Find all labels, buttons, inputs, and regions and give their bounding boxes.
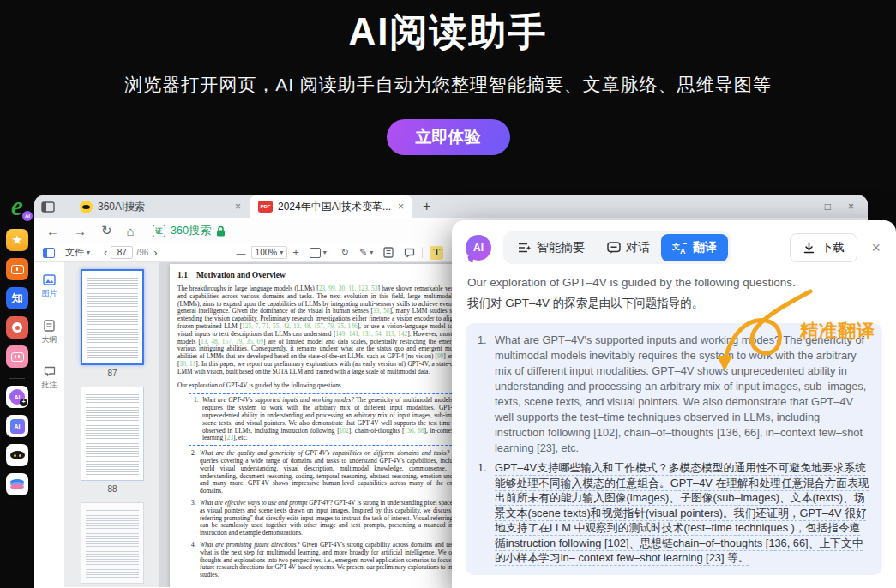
tab-label: 360AI搜索 [98, 200, 145, 214]
ai-assistant-shortcut[interactable]: AI+ [6, 386, 28, 408]
tab-close-icon[interactable]: × [235, 201, 241, 212]
bilibili-icon[interactable] [6, 345, 28, 368]
ai-panel-header: AI 智能摘要 对话 文A 翻译 下载 × [452, 220, 896, 264]
download-button[interactable]: 下载 [790, 233, 857, 262]
favorites-star-icon[interactable]: ★ [6, 229, 28, 251]
site-name: 360搜索 [171, 223, 212, 238]
toolbar-divider [422, 247, 423, 258]
chat-bubble-icon [607, 242, 621, 255]
pdf-badge-icon: PDF [258, 201, 273, 213]
plus-badge-icon: + [20, 399, 27, 406]
refresh-button[interactable]: ↻ [101, 223, 112, 238]
close-button[interactable]: × [848, 201, 854, 213]
question-list: 1. What are GPT-4V's supported inputs an… [177, 393, 474, 579]
thumbnail-88[interactable] [81, 387, 144, 481]
file-menu[interactable]: 文件 [65, 246, 84, 259]
tab-label: 2024年中国AI技术变革... [278, 200, 391, 214]
tab-smart-summary[interactable]: 智能摘要 [507, 234, 596, 261]
tab-chat[interactable]: 对话 [596, 234, 661, 261]
forward-button[interactable]: → [74, 224, 87, 238]
svg-text:A: A [680, 247, 686, 255]
translate-icon: 文A [672, 242, 688, 255]
chevron-down-icon: ▾ [280, 249, 283, 256]
zoom-in-button[interactable]: + [292, 246, 299, 259]
video-site-icon[interactable] [6, 258, 28, 280]
selection-box[interactable]: 1. What are GPT-4V's supported inputs an… [189, 393, 490, 446]
panel-close-icon[interactable]: × [871, 239, 881, 257]
page: AI阅读助手 浏览器打开网页，AI 阅读助手自动为您整理智能摘要、文章脉络、思维… [0, 0, 896, 588]
rotate-icon[interactable]: ↻ [341, 247, 349, 258]
ai-square-icon: AI [10, 419, 25, 434]
hero-section: AI阅读助手 浏览器打开网页，AI 阅读助手自动为您整理智能摘要、文章脉络、思维… [0, 0, 896, 155]
tab-close-icon[interactable]: × [398, 201, 404, 212]
thumbnail-panel: 87 88 [65, 262, 159, 587]
question-item: 4. What are promising future directions?… [191, 542, 481, 579]
zhihu-icon[interactable]: 知 [6, 287, 28, 309]
thumbnail-partial[interactable] [81, 502, 144, 584]
ai-panel-body: Our exploration of GPT–4V is guided by t… [452, 264, 896, 311]
tab-divider [63, 201, 63, 213]
browser-logo-icon[interactable]: eAI [3, 193, 31, 222]
ai-search-icon [10, 451, 25, 459]
image-icon [43, 274, 56, 285]
sidebar-toggle-icon[interactable] [41, 201, 55, 213]
translated-item-zh: 1. GPT–4V支持哪些输入和工作模式？多模态模型的通用性不可避免地要求系统能… [478, 460, 870, 566]
document-icon [44, 320, 55, 332]
summary-list-icon [518, 242, 532, 254]
text-tool-button[interactable]: T [430, 246, 443, 260]
pdf-side-rail: 图片 大纲 批注 [34, 262, 65, 587]
browser-dock: eAI ★ 知 AI+ AI [0, 193, 34, 495]
home-button[interactable]: ⌂ [127, 224, 135, 238]
highlighter-icon[interactable]: ✎▾ [359, 247, 373, 258]
guide-line: Our exploration of GPT-4V is guided by t… [177, 382, 474, 390]
rail-item-annotations[interactable]: 批注 [42, 366, 57, 391]
pdf-panel-icon[interactable] [43, 248, 55, 258]
back-button[interactable]: ← [46, 224, 59, 238]
ai-badge-icon: AI [22, 211, 33, 221]
download-icon [803, 242, 815, 254]
lock-icon [216, 225, 226, 237]
weibo-icon[interactable] [6, 316, 28, 339]
ai-avatar-icon: AI+ [9, 389, 25, 405]
tab-translate[interactable]: 文A 翻译 [661, 234, 728, 261]
site-badge-icon: 证 [153, 225, 165, 237]
comment-icon[interactable] [404, 248, 415, 258]
question-item: 1. What are GPT-4V's supported inputs an… [194, 397, 480, 442]
svg-text:文: 文 [672, 242, 680, 250]
chevron-down-icon: ▾ [323, 249, 327, 256]
section-heading: 1.1Motivation and Overview [177, 271, 474, 279]
cta-button[interactable]: 立即体验 [387, 119, 510, 155]
prev-page-button[interactable]: ‹ [104, 246, 107, 259]
address-bar[interactable]: 证 360搜索 [153, 223, 226, 238]
chevron-down-icon: ▾ [87, 249, 90, 256]
page-total: /96 [136, 248, 148, 257]
tab-pdf[interactable]: PDF 2024年中国AI技术变革... × [250, 195, 412, 218]
zoom-out-button[interactable]: — [237, 248, 246, 258]
tab-bar: 360AI搜索 × PDF 2024年中国AI技术变革... × + — □ × [34, 195, 868, 218]
fit-page-icon[interactable] [310, 248, 321, 258]
zoom-select[interactable]: 100%▾ [251, 246, 288, 259]
notes-icon[interactable] [383, 247, 394, 258]
tab-360ai-search[interactable]: 360AI搜索 × [71, 195, 250, 218]
layers-icon [10, 479, 24, 489]
thumbnail-label: 87 [107, 369, 117, 378]
page-title: AI阅读助手 [0, 7, 896, 57]
rail-item-images[interactable]: 图片 [42, 274, 57, 299]
maximize-button[interactable]: □ [825, 201, 831, 213]
dock-divider [9, 378, 25, 379]
library-shortcut[interactable] [6, 473, 28, 495]
ai-tools-shortcut[interactable]: AI [6, 415, 28, 437]
next-page-button[interactable]: › [153, 246, 157, 259]
page-input[interactable]: 87 [111, 246, 133, 259]
window-controls: — □ × [797, 201, 868, 213]
tab-favicon-icon [80, 201, 93, 213]
minimize-button[interactable]: — [797, 201, 808, 213]
new-tab-button[interactable]: + [423, 199, 430, 214]
thumbnail-87[interactable] [81, 269, 144, 365]
paragraph: The breakthroughs in large language mode… [177, 285, 474, 376]
source-text-en: Our exploration of GPT–4V is guided by t… [467, 276, 882, 289]
arrow-doodle-icon [680, 288, 826, 378]
ai-search-shortcut[interactable] [6, 444, 28, 466]
rail-item-outline[interactable]: 大纲 [42, 320, 57, 345]
ai-panel: AI 智能摘要 对话 文A 翻译 下载 × [452, 220, 896, 588]
